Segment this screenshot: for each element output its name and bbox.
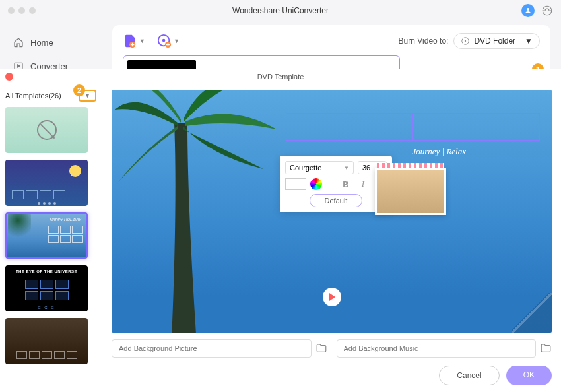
color-picker-icon[interactable] [310, 178, 322, 190]
title-textbox[interactable] [286, 113, 540, 141]
template-thumb-4[interactable]: THE EYE OF THE UNIVERSE C C C [5, 265, 88, 311]
default-button[interactable]: Default [310, 194, 362, 207]
burn-target-select[interactable]: DVD Folder ▼ [453, 33, 540, 49]
bg-music-input[interactable] [337, 339, 537, 358]
burn-target-label: DVD Folder [474, 36, 515, 46]
italic-button[interactable]: I [356, 179, 370, 189]
template-thumb-5[interactable] [5, 318, 88, 364]
template-filter-label: All Templates(26) [5, 92, 61, 100]
account-icon[interactable] [521, 4, 535, 17]
step-badge-2: 2 [73, 84, 85, 96]
chevron-down-icon: ▼ [525, 36, 533, 46]
color-swatch[interactable] [285, 178, 306, 190]
dvd-template-modal: DVD Template All Templates(26) 2 ▼ HAPPY… [0, 69, 561, 392]
chapter-thumbnail[interactable] [375, 168, 446, 215]
template-thumb-1[interactable] [5, 107, 88, 153]
ok-button[interactable]: OK [506, 366, 552, 385]
chevron-down-icon: ▼ [174, 38, 180, 44]
support-icon[interactable] [541, 5, 553, 16]
template-list: All Templates(26) 2 ▼ HAPPY HOLIDAY THE … [0, 84, 102, 392]
svg-point-0 [527, 8, 529, 11]
blocked-icon [37, 120, 57, 140]
font-select[interactable]: Courgette▼ [285, 161, 354, 174]
template-thumb-3[interactable]: HAPPY HOLIDAY [5, 212, 88, 259]
app-title: Wondershare UniConverter [232, 6, 329, 15]
template-filter-dropdown[interactable]: 2 ▼ [79, 90, 96, 102]
toolbar: ▼ ▼ Burn Video to: DVD Folder ▼ [123, 33, 540, 49]
chevron-down-icon: ▼ [139, 38, 145, 44]
folder-icon[interactable] [315, 343, 327, 354]
add-disc-button[interactable]: ▼ [157, 34, 180, 48]
burn-label: Burn Video to: [399, 36, 449, 46]
svg-point-8 [465, 40, 466, 42]
palm-tree-graphic [112, 90, 296, 333]
bg-picture-input[interactable] [112, 339, 312, 358]
window-controls[interactable] [8, 7, 36, 14]
close-button[interactable] [5, 73, 13, 81]
nav-home-label: Home [30, 38, 53, 48]
editor-area: Journey | Relax Courgette▼ 36▼ [102, 84, 561, 392]
play-button[interactable] [323, 288, 341, 306]
disc-icon [461, 36, 470, 46]
cancel-button[interactable]: Cancel [439, 366, 499, 385]
modal-header: DVD Template [0, 69, 561, 84]
svg-point-5 [162, 39, 166, 42]
folder-icon[interactable] [540, 343, 552, 354]
subtitle-text: Journey | Relax [412, 147, 466, 157]
add-file-button[interactable]: ▼ [123, 34, 145, 48]
titlebar: Wondershare UniConverter [0, 0, 561, 21]
corner-decoration [512, 293, 552, 333]
modal-title: DVD Template [257, 73, 304, 81]
preview-canvas[interactable]: Journey | Relax Courgette▼ 36▼ [112, 90, 552, 333]
bold-button[interactable]: B [339, 180, 352, 189]
template-thumb-2[interactable] [5, 160, 88, 206]
nav-home[interactable]: Home [0, 30, 106, 54]
